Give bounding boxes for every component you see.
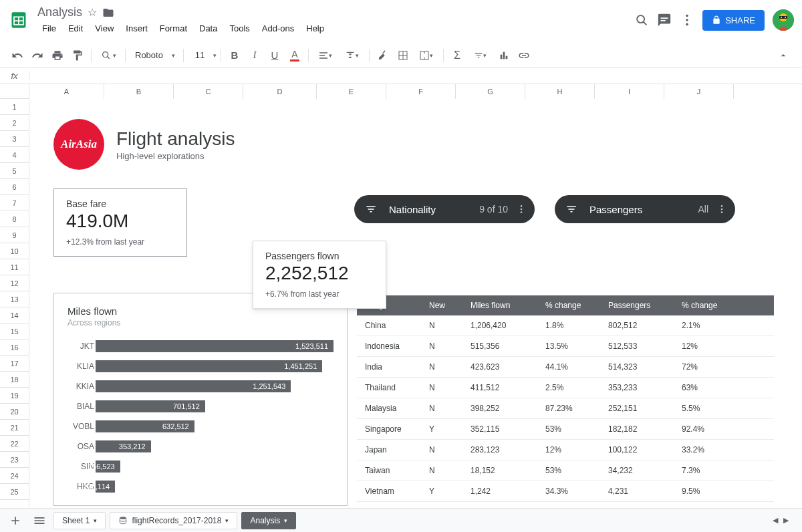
borders-button[interactable] [394, 46, 412, 65]
row-header-7[interactable]: 7 [0, 195, 29, 211]
table-cell: 512,533 [608, 342, 682, 351]
table-cell: 4,231 [608, 487, 682, 496]
sheets-logo[interactable] [5, 7, 32, 33]
scroll-left-icon[interactable]: ◀ [773, 516, 778, 525]
filter-button[interactable]: ▾ [468, 46, 493, 65]
row-header-21[interactable]: 21 [0, 420, 29, 436]
collapse-toolbar-button[interactable] [773, 50, 794, 61]
menu-tools[interactable]: Tools [225, 21, 254, 36]
table-cell: N [429, 362, 471, 372]
functions-button[interactable]: Σ [448, 46, 466, 65]
share-button[interactable]: SHARE [702, 10, 765, 31]
filter-icon [565, 203, 577, 215]
menu-view[interactable]: View [90, 21, 118, 36]
search-icon[interactable] [634, 13, 649, 27]
sheet-tab-analysis[interactable]: Analysis▾ [241, 512, 296, 529]
print-button[interactable] [48, 46, 67, 65]
row-header-16[interactable]: 16 [0, 340, 29, 356]
row-header-2[interactable]: 2 [0, 115, 29, 131]
row-header-14[interactable]: 14 [0, 307, 29, 323]
row-header-5[interactable]: 5 [0, 163, 29, 179]
star-icon[interactable]: ☆ [88, 6, 97, 19]
menu-add-ons[interactable]: Add-ons [257, 21, 299, 36]
link-button[interactable] [515, 46, 533, 65]
menu-format[interactable]: Format [155, 21, 192, 36]
undo-button[interactable] [8, 46, 27, 65]
sheet-tab-sheet1[interactable]: Sheet 1▾ [53, 512, 106, 529]
row-header-23[interactable]: 23 [0, 452, 29, 468]
redo-button[interactable] [28, 46, 47, 65]
row-header-17[interactable]: 17 [0, 356, 29, 372]
more-icon[interactable] [680, 13, 694, 27]
kpi-passengers-flown[interactable]: Passengers flown 2,252,512 +6.7% from la… [253, 241, 386, 309]
row-header-19[interactable]: 19 [0, 388, 29, 404]
table-cell: 5.5% [682, 404, 742, 413]
kpi-value: 419.0M [66, 211, 174, 232]
add-sheet-button[interactable] [5, 511, 25, 531]
row-header-3[interactable]: 3 [0, 131, 29, 147]
folder-icon[interactable] [102, 7, 114, 19]
merge-button[interactable]: ▾ [414, 46, 439, 65]
sheet-tab-datasource[interactable]: flightRecords_2017-2018▾ [110, 512, 237, 529]
svg-point-27 [521, 205, 523, 207]
scroll-right-icon[interactable]: ▶ [783, 516, 789, 525]
row-header-10[interactable]: 10 [0, 243, 29, 259]
align-button[interactable]: ▾ [313, 46, 338, 65]
table-cell: 100,122 [608, 445, 682, 454]
table-cell: 7.3% [682, 466, 742, 475]
menu-insert[interactable]: Insert [121, 21, 152, 36]
row-header-6[interactable]: 6 [0, 179, 29, 195]
row-header-20[interactable]: 20 [0, 404, 29, 420]
font-selector[interactable]: Roboto [130, 50, 179, 60]
bold-button[interactable]: B [225, 46, 244, 65]
row-header-11[interactable]: 11 [0, 259, 29, 275]
table-cell: 12% [682, 342, 742, 351]
svg-point-28 [521, 209, 523, 211]
row-header-13[interactable]: 13 [0, 291, 29, 307]
table-cell: 87.23% [545, 404, 608, 413]
avatar[interactable] [773, 9, 794, 31]
font-size-input[interactable]: 11 [188, 50, 212, 60]
fill-color-button[interactable] [374, 46, 392, 65]
table-cell: 63% [682, 383, 742, 392]
doc-title[interactable]: Analysis [37, 5, 82, 19]
svg-point-8 [686, 15, 688, 17]
chart-button[interactable] [495, 46, 513, 65]
menu-data[interactable]: Data [194, 21, 222, 36]
row-header-15[interactable]: 15 [0, 323, 29, 340]
text-color-button[interactable]: A [285, 46, 304, 65]
menu-help[interactable]: Help [301, 21, 329, 36]
row-header-22[interactable]: 22 [0, 436, 29, 452]
more-icon[interactable] [716, 204, 727, 215]
italic-button[interactable]: I [245, 46, 264, 65]
more-icon[interactable] [516, 204, 527, 215]
brand-logo: AirAsia [53, 119, 104, 170]
svg-rect-13 [779, 16, 787, 19]
row-header-4[interactable]: 4 [0, 147, 29, 163]
chip-label: Nationality [389, 204, 479, 215]
row-header-24[interactable]: 24 [0, 468, 29, 484]
all-sheets-button[interactable] [29, 511, 49, 531]
row-header-18[interactable]: 18 [0, 372, 29, 388]
row-header-12[interactable]: 12 [0, 275, 29, 291]
select-all-corner[interactable] [0, 84, 29, 99]
bar-row: SIN156,523 [68, 457, 333, 475]
row-header-25[interactable]: 25 [0, 484, 29, 500]
menu-file[interactable]: File [37, 21, 61, 36]
menu-edit[interactable]: Edit [63, 21, 88, 36]
row-header-1[interactable]: 1 [0, 99, 29, 115]
row-header-8[interactable]: 8 [0, 211, 29, 227]
zoom-dropdown[interactable]: ▾ [96, 46, 121, 65]
bar-value: 1,523,511 [295, 342, 328, 350]
svg-point-33 [120, 517, 126, 519]
valign-button[interactable]: ▾ [340, 46, 365, 65]
row-header-9[interactable]: 9 [0, 227, 29, 243]
underline-button[interactable]: U [265, 46, 284, 65]
table-cell: Taiwan [357, 466, 429, 475]
filter-chip-nationality[interactable]: Nationality9 of 10 [354, 195, 535, 223]
comment-icon[interactable] [657, 13, 672, 27]
table-header: Passengers [608, 301, 682, 310]
chip-label: Passengers [589, 204, 698, 215]
filter-chip-passengers[interactable]: PassengersAll [555, 195, 735, 223]
paint-format-button[interactable] [68, 46, 87, 65]
